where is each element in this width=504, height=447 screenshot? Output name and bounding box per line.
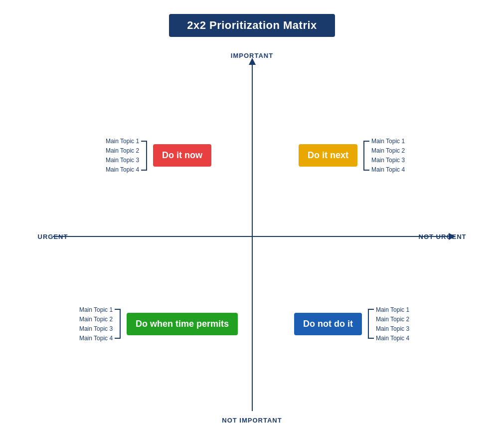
- topic-item: Main Topic 1: [376, 306, 409, 313]
- quadrant-bottom-left: Main Topic 1Main Topic 2Main Topic 3Main…: [65, 236, 252, 411]
- topic-list-wrapper-tl: Main Topic 1Main Topic 2Main Topic 3Main…: [106, 138, 147, 173]
- topic-item: Main Topic 2: [106, 147, 139, 154]
- topic-item: Main Topic 3: [376, 325, 409, 332]
- topic-item: Main Topic 2: [371, 147, 405, 154]
- bracket-bl: [115, 309, 121, 339]
- topic-item: Main Topic 4: [79, 335, 113, 342]
- topic-list-wrapper-tr: Main Topic 1Main Topic 2Main Topic 3Main…: [363, 138, 405, 173]
- quadrant-bottom-right-inner: Do not do it Main Topic 1Main Topic 2Mai…: [294, 306, 409, 342]
- label-not-important: NOT IMPORTANT: [222, 417, 282, 424]
- matrix-container: IMPORTANT NOT IMPORTANT URGENT NOT URGEN…: [38, 47, 467, 426]
- action-btn-do-not-do-it[interactable]: Do not do it: [294, 313, 362, 335]
- topic-item: Main Topic 3: [106, 157, 139, 164]
- topic-list-wrapper-br: Main Topic 1Main Topic 2Main Topic 3Main…: [368, 306, 409, 342]
- bracket-tl: [141, 141, 147, 171]
- topic-item: Main Topic 1: [106, 138, 139, 145]
- topic-item: Main Topic 4: [371, 166, 405, 173]
- bracket-br: [368, 309, 374, 339]
- bracket-tr: [363, 141, 369, 171]
- topic-item: Main Topic 2: [376, 316, 409, 323]
- label-urgent: URGENT: [38, 233, 68, 240]
- topic-item: Main Topic 1: [371, 138, 405, 145]
- topic-list-wrapper-bl: Main Topic 1Main Topic 2Main Topic 3Main…: [79, 306, 121, 342]
- quadrant-bottom-right: Do not do it Main Topic 1Main Topic 2Mai…: [252, 236, 452, 411]
- topic-list-bl: Main Topic 1Main Topic 2Main Topic 3Main…: [79, 306, 113, 342]
- quadrant-top-right-inner: Do it next Main Topic 1Main Topic 2Main …: [299, 138, 405, 173]
- action-btn-do-it-now[interactable]: Do it now: [153, 144, 211, 167]
- quadrant-top-left-inner: Main Topic 1Main Topic 2Main Topic 3Main…: [106, 138, 211, 173]
- topic-item: Main Topic 2: [79, 316, 113, 323]
- label-important: IMPORTANT: [231, 52, 273, 59]
- action-btn-do-it-next[interactable]: Do it next: [299, 144, 357, 167]
- topic-item: Main Topic 3: [79, 325, 113, 332]
- topic-list-tl: Main Topic 1Main Topic 2Main Topic 3Main…: [106, 138, 139, 173]
- topic-item: Main Topic 4: [106, 166, 139, 173]
- quadrant-bottom-left-inner: Main Topic 1Main Topic 2Main Topic 3Main…: [79, 306, 238, 342]
- topic-item: Main Topic 4: [376, 335, 409, 342]
- topic-list-br: Main Topic 1Main Topic 2Main Topic 3Main…: [376, 306, 409, 342]
- quadrant-top-left: Main Topic 1Main Topic 2Main Topic 3Main…: [65, 74, 252, 236]
- page-title: 2x2 Prioritization Matrix: [169, 14, 335, 37]
- topic-list-tr: Main Topic 1Main Topic 2Main Topic 3Main…: [371, 138, 405, 173]
- action-btn-do-when-time-permits[interactable]: Do when time permits: [127, 313, 238, 335]
- topic-item: Main Topic 1: [79, 306, 113, 313]
- quadrant-top-right: Do it next Main Topic 1Main Topic 2Main …: [252, 74, 452, 236]
- topic-item: Main Topic 3: [371, 157, 405, 164]
